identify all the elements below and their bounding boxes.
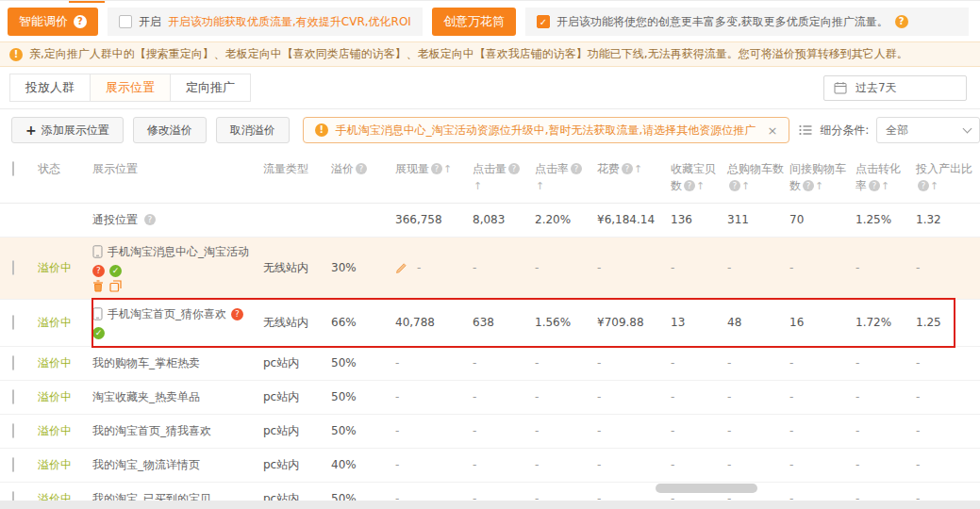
row-status: 溢价中 <box>38 389 92 405</box>
column-header-impressions[interactable]: 展现量?↑ <box>395 160 473 178</box>
info-icon[interactable]: ? <box>869 180 880 191</box>
column-label: 展现量 <box>395 162 429 175</box>
info-icon[interactable]: ? <box>571 163 582 174</box>
copy-icon[interactable] <box>109 280 122 292</box>
smart-bid-enable-strip: 开启 开启该功能获取优质流量,有效提升CVR,优化ROI <box>108 8 423 36</box>
placement-cell[interactable]: 手机淘宝首页_猜你喜欢?✓ <box>92 306 263 339</box>
tab-1[interactable]: 展示位置 <box>90 74 171 102</box>
column-header-favorites[interactable]: 收藏宝贝数?↑ <box>671 160 727 195</box>
column-label: 点击量 <box>473 162 507 175</box>
metric-value: - <box>916 356 980 369</box>
select-all-checkbox[interactable] <box>12 161 14 176</box>
column-header-clicks[interactable]: 点击量?↑ <box>473 160 535 195</box>
metric-value: 366,758 <box>395 213 473 226</box>
metric-value: ¥6,184.14 <box>597 213 671 226</box>
row-checkbox[interactable] <box>12 260 14 275</box>
column-header-roi[interactable]: 投入产出比?↑ <box>916 160 980 195</box>
sort-arrow-icon[interactable]: ↑ <box>696 180 705 192</box>
metric-value: - <box>727 356 789 369</box>
date-range-picker[interactable]: 过去7天 <box>823 75 967 101</box>
column-header-cost[interactable]: 花费?↑ <box>597 160 671 178</box>
column-header-carts_total[interactable]: 总购物车数?↑ <box>727 160 789 195</box>
tab-2[interactable]: 定向推广 <box>170 74 251 102</box>
column-header-carts_indirect[interactable]: 间接购物车数?↑ <box>789 160 855 195</box>
sort-arrow-icon[interactable]: ↑ <box>930 180 938 192</box>
placement-name: 我的淘宝_物流详情页 <box>92 457 200 473</box>
sort-arrow-icon[interactable]: ↑ <box>536 180 544 192</box>
tabs: 投放人群展示位置定向推广 <box>9 74 250 102</box>
metric-value: 8,083 <box>473 213 535 226</box>
column-header-ctr[interactable]: 点击率?↑ <box>535 160 597 195</box>
metric-value: - <box>597 356 671 369</box>
metric-value: - <box>473 458 535 471</box>
info-icon[interactable]: ? <box>622 163 633 174</box>
edit-pencil-icon[interactable] <box>395 262 407 274</box>
sort-arrow-icon[interactable]: ↑ <box>881 180 889 192</box>
kaleidoscope-button[interactable]: 创意万花筒 <box>432 8 516 36</box>
info-icon[interactable]: ? <box>356 163 367 174</box>
metric-value: 1.32 <box>916 213 980 226</box>
row-checkbox[interactable] <box>12 457 14 472</box>
placement-cell[interactable]: 我的购物车_掌柜热卖 <box>92 355 263 371</box>
info-icon[interactable]: ? <box>729 180 740 191</box>
horizontal-scrollbar-thumb[interactable] <box>656 484 757 493</box>
info-icon[interactable]: ? <box>918 180 929 191</box>
placement-cell[interactable]: 淘宝收藏夹_热卖单品 <box>92 389 263 405</box>
row-checkbox[interactable] <box>12 389 14 404</box>
row-checkbox[interactable] <box>12 315 14 330</box>
question-badge-icon[interactable]: ? <box>92 265 105 277</box>
info-icon[interactable]: ? <box>144 214 156 225</box>
top-accent-bar <box>69 1 105 3</box>
info-icon[interactable]: ? <box>508 163 520 174</box>
sort-arrow-icon[interactable]: ↑ <box>443 163 452 175</box>
row-checkbox[interactable] <box>12 423 14 438</box>
question-badge-icon[interactable]: ? <box>231 308 243 320</box>
traffic-type: 无线站内 <box>263 260 331 276</box>
kaleidoscope-checkbox[interactable]: ✓ <box>537 15 550 28</box>
modify-premium-button[interactable]: 修改溢价 <box>133 117 207 143</box>
table-row-6: 溢价中我的淘宝_物流详情页pc站内40%--------- <box>0 449 980 483</box>
metric-value: - <box>916 390 980 403</box>
metric-value: - <box>395 356 473 369</box>
sort-arrow-icon[interactable]: ↑ <box>634 163 642 175</box>
table-row-1: 溢价中手机淘宝消息中心_淘宝活动?✓无线站内30%--------- <box>0 238 980 300</box>
metric-value: - <box>417 261 421 274</box>
sort-arrow-icon[interactable]: ↑ <box>815 180 823 192</box>
add-placement-button[interactable]: + 添加展示位置 <box>11 117 124 143</box>
column-label: 状态 <box>38 162 60 175</box>
metric-value: - <box>535 424 597 437</box>
placement-cell[interactable]: 我的淘宝_物流详情页 <box>92 457 263 473</box>
metric-value: 16 <box>789 316 855 329</box>
enable-checkbox[interactable] <box>119 15 132 28</box>
sort-arrow-icon[interactable]: ↑ <box>473 180 482 192</box>
row-checkbox[interactable] <box>12 355 14 370</box>
metric-value: - <box>727 390 789 403</box>
smart-bid-button[interactable]: 智能调价 ? <box>8 8 98 36</box>
trash-icon[interactable] <box>92 280 104 292</box>
metric-value: - <box>789 356 855 369</box>
cancel-premium-button[interactable]: 取消溢价 <box>216 117 290 143</box>
table-row-2: 溢价中手机淘宝首页_猜你喜欢?✓无线站内66%40,7886381.56%¥70… <box>0 300 980 347</box>
placement-name: 通投位置 <box>92 212 138 228</box>
placement-cell[interactable]: 手机淘宝消息中心_淘宝活动?✓ <box>92 244 263 292</box>
premium-value: 66% <box>331 316 395 329</box>
info-icon[interactable]: ? <box>684 180 695 191</box>
placement-cell[interactable]: 通投位置? <box>92 212 263 228</box>
column-header-cvr[interactable]: 点击转化率?↑ <box>855 160 916 195</box>
info-icon[interactable]: ? <box>803 180 814 191</box>
column-label: 总购物车数 <box>727 162 784 175</box>
metric-value: 70 <box>789 213 855 226</box>
sort-arrow-icon[interactable]: ↑ <box>741 180 750 192</box>
segment-filter-select[interactable]: 全部 <box>876 117 980 143</box>
help-icon[interactable]: ? <box>895 15 908 28</box>
tabs-row: 投放人群展示位置定向推广 过去7天 <box>0 67 980 109</box>
tab-0[interactable]: 投放人群 <box>9 74 91 102</box>
help-icon[interactable]: ? <box>74 15 87 28</box>
placement-cell[interactable]: 我的淘宝首页_猜我喜欢 <box>92 423 263 439</box>
plus-icon: + <box>25 123 37 138</box>
metric-value: - <box>789 390 855 403</box>
horizontal-scrollbar-track[interactable] <box>0 501 980 509</box>
close-icon[interactable]: × <box>767 123 777 138</box>
metric-value: ¥709.88 <box>597 316 671 329</box>
info-icon[interactable]: ? <box>431 163 442 174</box>
